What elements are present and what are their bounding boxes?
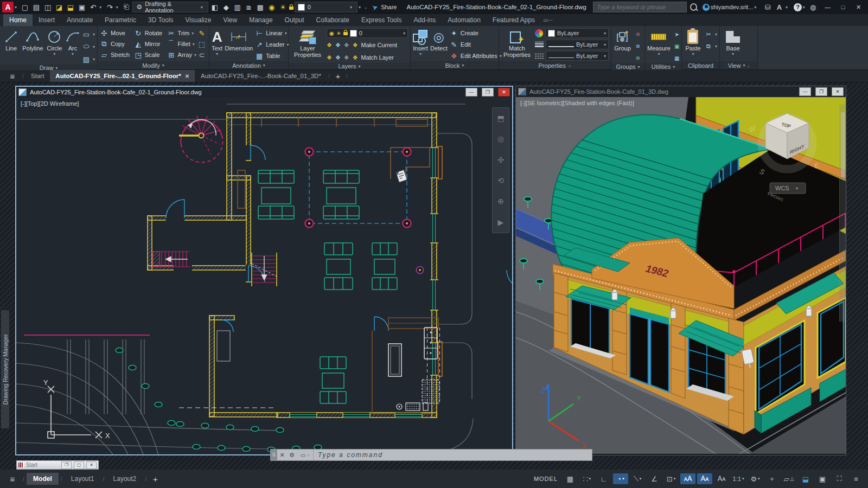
block-panel-title[interactable]: Block▾ — [411, 61, 499, 69]
print-icon[interactable]: ⎗ — [121, 2, 131, 12]
command-input[interactable]: Type a command — [314, 450, 592, 460]
layer-palette-icon[interactable]: 🗈 — [244, 2, 254, 12]
copy-button[interactable]: ⧉Copy — [100, 38, 133, 49]
layer-unisolate-icon[interactable]: ❖ — [335, 54, 341, 61]
window-restore-button[interactable]: ❐ — [482, 88, 494, 97]
window-close-button[interactable]: ✕ — [498, 88, 510, 97]
maximize-button[interactable]: □ — [836, 2, 851, 12]
share-button[interactable]: ➤ Share — [369, 3, 400, 11]
measure-button[interactable]: Measure ▾ — [647, 28, 671, 56]
layer-on-icon[interactable]: ❖ — [327, 54, 332, 61]
linetype-dropdown[interactable]: ByLayer ▾ — [546, 51, 609, 61]
steering-wheel-icon[interactable]: ◎ — [497, 134, 504, 143]
window-minimize-button[interactable]: — — [465, 88, 477, 97]
redo-icon[interactable]: ↷ — [105, 2, 115, 12]
drawing-window-3d[interactable]: AutoCAD-FY25_Fire-Station-Book-Cafe_01_3… — [515, 86, 846, 455]
customize-status-bar[interactable]: ≡ — [848, 473, 864, 484]
polyline-button[interactable]: Polyline — [22, 28, 43, 52]
clean-screen-toggle[interactable]: ⛶ — [832, 473, 847, 484]
chevron-down-icon[interactable]: ▾ — [15, 5, 19, 10]
user-name[interactable]: shiyamdev.srit... — [711, 4, 754, 10]
undo-icon[interactable]: ↶ — [88, 2, 98, 12]
drawing-window-ground-floor[interactable]: AutoCAD-FY25_Fire-Station-Book-Cafe_02-1… — [15, 86, 513, 455]
properties-panel-title[interactable]: Properties⌄ — [499, 61, 611, 69]
drag-grip-icon[interactable]: ⠿ — [271, 450, 277, 460]
redo-dropdown-icon[interactable]: ▾ — [116, 5, 120, 10]
user-dropdown-icon[interactable]: ▾ — [754, 5, 758, 10]
group-selection-button[interactable]: ⧈ — [634, 53, 642, 63]
window-title-bar[interactable]: AutoCAD-FY25_Fire-Station-Book-Cafe_02-1… — [16, 87, 512, 98]
arc-button[interactable]: Arc ▾ — [66, 28, 80, 56]
scale-button[interactable]: ◳Scale — [134, 49, 166, 60]
ortho-toggle[interactable]: ∟ — [596, 473, 611, 484]
quick-calc-button[interactable]: ▣ — [673, 41, 681, 52]
qat-layer-dropdown[interactable]: 0 ▾ — [295, 2, 358, 12]
quick-select-button[interactable]: ➤ — [673, 29, 681, 40]
viewcube-tool-icon[interactable]: ⬒ — [497, 114, 504, 123]
file-tab-ground-floor[interactable]: AutoCAD-FY25_Fire-...02-1_Ground-Floor*✕ — [50, 70, 195, 82]
edit-attributes-button[interactable]: ❖Edit Attributes▾ — [450, 50, 502, 61]
match-layer-button[interactable]: Match Layer — [361, 54, 394, 61]
ribbon-tab-manage[interactable]: Manage — [243, 14, 278, 26]
open-folder-icon[interactable]: ▤ — [31, 2, 41, 12]
showmotion-icon[interactable]: ▶ — [498, 218, 504, 227]
maximize-window-button[interactable]: ▢ — [74, 461, 84, 469]
save-as-icon[interactable]: ◪ — [54, 2, 64, 12]
close-command-icon[interactable]: ✕ — [277, 450, 287, 460]
object-snap-toggle[interactable]: ⊡▾ — [663, 473, 679, 484]
array-button[interactable]: ⊞Array▾ — [167, 49, 196, 60]
search-input[interactable] — [596, 3, 684, 11]
view-panel-title[interactable]: View▾⌟ — [720, 61, 757, 69]
autodesk-dropdown-icon[interactable]: ▾ — [786, 5, 790, 10]
tab-model[interactable]: Model — [27, 473, 59, 485]
close-icon[interactable]: ✕ — [185, 73, 189, 79]
workspace-dropdown[interactable]: ⚙ Drafting & Annotation ▾ — [132, 2, 208, 12]
ribbon-tab-automation[interactable]: Automation — [442, 14, 487, 26]
layer-lock-icon[interactable]: ❖ — [353, 42, 358, 49]
sheet-set-icon[interactable]: ◧ — [209, 2, 220, 12]
customize-wrench-icon[interactable]: ⚙ — [287, 450, 297, 460]
create-block-button[interactable]: ✦Create — [450, 28, 502, 38]
ribbon-tab-parametric[interactable]: Parametric — [99, 14, 142, 26]
plot-icon[interactable]: ▣ — [76, 2, 87, 12]
ribbon-tab-collaborate[interactable]: Collaborate — [310, 14, 355, 26]
paste-button[interactable]: Paste ▾ — [684, 28, 702, 56]
ribbon-tab-view[interactable]: View — [217, 14, 243, 26]
edit-block-button[interactable]: ✎Edit — [450, 39, 502, 50]
layer-dropdown[interactable]: ◉ ☀ 0 ▾ — [327, 28, 408, 38]
ungroup-button[interactable]: ⧈ — [634, 29, 642, 40]
new-drawing-tab-button[interactable]: + — [331, 70, 344, 82]
autodesk-a-icon[interactable]: A — [774, 2, 784, 12]
match-properties-button[interactable]: ✦ Match Properties — [501, 28, 533, 58]
color-dropdown[interactable]: ByLayer ▾ — [545, 28, 609, 38]
autoscale-toggle[interactable]: 🗛 — [697, 473, 712, 484]
make-current-button[interactable]: Make Current — [361, 42, 398, 48]
file-tab-3d[interactable]: AutoCAD-FY25_Fire-...-Book-Cafe_01_3D* — [195, 70, 327, 82]
ribbon-tab-visualize[interactable]: Visualize — [180, 14, 218, 26]
hardware-acceleration-toggle[interactable]: ⬓ — [798, 473, 813, 484]
annotation-panel-title[interactable]: Annotation▾ — [209, 61, 288, 69]
hatch-tool[interactable]: ▨▾ — [82, 54, 95, 65]
base-button[interactable]: Base ▾ — [722, 28, 744, 56]
wcs-dropdown[interactable]: WCS ▾ — [770, 183, 806, 194]
new-layout-button[interactable]: + — [149, 474, 162, 484]
line-button[interactable]: Line — [2, 28, 20, 52]
ribbon-tab-3d-tools[interactable]: 3D Tools — [142, 14, 179, 26]
dimension-button[interactable]: Dimension — [225, 28, 253, 52]
close-window-button[interactable]: ✕ — [86, 461, 97, 469]
explode-button[interactable]: ⬚ — [197, 38, 207, 49]
copy-clip-button[interactable]: ⧉▾ — [704, 41, 717, 52]
sun-icon[interactable]: ☀ — [278, 2, 288, 12]
layer-isolate-icon[interactable]: ❖ — [335, 42, 341, 49]
object-snap-tracking-toggle[interactable]: ∠ — [647, 473, 662, 484]
tab-layout2[interactable]: Layout2 — [107, 473, 143, 485]
export-icon[interactable]: ⬓ — [65, 2, 75, 12]
mirror-button[interactable]: ◭Mirror — [134, 38, 166, 49]
drawing-recovery-manager-tab[interactable]: Drawing Recovery Manager — [1, 310, 9, 428]
lock-icon[interactable] — [289, 7, 293, 10]
orbit-icon[interactable]: ⟲ — [497, 176, 504, 185]
pan-icon[interactable]: ✣ — [497, 156, 504, 164]
ribbon-tab-featured-apps[interactable]: Featured Apps — [487, 14, 541, 26]
snap-toggle[interactable]: ⸬▾ — [579, 473, 595, 484]
vertical-scrollbar[interactable] — [839, 105, 846, 322]
